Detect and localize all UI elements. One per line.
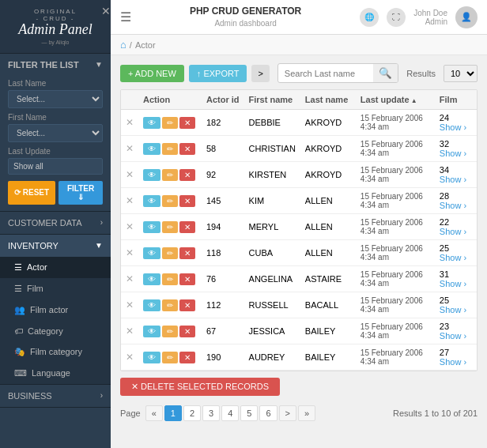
view-button[interactable]: 👁 bbox=[143, 143, 160, 155]
filter-title[interactable]: FILTER THE LIST ▼ bbox=[8, 60, 103, 70]
page-2-button[interactable]: 2 bbox=[183, 405, 201, 421]
next-page-button[interactable]: > bbox=[279, 405, 296, 421]
row-last-update: 15 February 2006 4:34 am bbox=[356, 214, 435, 240]
language-label: Language bbox=[32, 368, 70, 378]
row-delete-x[interactable]: ✕ bbox=[121, 344, 138, 371]
edit-button[interactable]: ✏ bbox=[162, 143, 178, 155]
view-button[interactable]: 👁 bbox=[143, 195, 160, 207]
reset-button[interactable]: ⟳ RESET bbox=[8, 181, 55, 205]
show-link[interactable]: Show › bbox=[440, 149, 472, 158]
home-icon[interactable]: ⌂ bbox=[120, 39, 126, 51]
show-link[interactable]: Show › bbox=[440, 201, 472, 210]
delete-button[interactable]: ✕ bbox=[179, 169, 195, 181]
expand-icon[interactable]: ⛶ bbox=[387, 8, 406, 27]
edit-button[interactable]: ✏ bbox=[162, 221, 178, 233]
edit-button[interactable]: ✏ bbox=[162, 273, 178, 285]
row-delete-x[interactable]: ✕ bbox=[121, 240, 138, 266]
delete-button[interactable]: ✕ bbox=[179, 352, 195, 363]
edit-button[interactable]: ✏ bbox=[162, 352, 178, 363]
row-delete-x[interactable]: ✕ bbox=[121, 162, 138, 188]
inventory-nav: INVENTORY ▼ ☰ Actor ☰ Film 👥 Film actor … bbox=[0, 235, 111, 385]
row-delete-x[interactable]: ✕ bbox=[121, 214, 138, 240]
show-link[interactable]: Show › bbox=[440, 357, 472, 367]
film-count: 27 bbox=[440, 348, 449, 357]
show-link[interactable]: Show › bbox=[440, 331, 472, 341]
page-1-button[interactable]: 1 bbox=[164, 405, 182, 421]
view-button[interactable]: 👁 bbox=[143, 352, 160, 363]
show-link[interactable]: Show › bbox=[440, 253, 472, 262]
sidebar-item-customer-data[interactable]: CUSTOMER DATA › bbox=[0, 212, 111, 234]
col-header-film: Film bbox=[435, 90, 477, 110]
delete-button[interactable]: ✕ bbox=[179, 326, 195, 337]
col-header-id[interactable]: Actor id bbox=[202, 90, 244, 110]
show-link[interactable]: Show › bbox=[440, 227, 472, 236]
nav-arrow-button[interactable]: > bbox=[251, 65, 269, 82]
sidebar-item-film[interactable]: ☰ Film bbox=[0, 278, 111, 299]
row-delete-x[interactable]: ✕ bbox=[121, 136, 138, 162]
col-header-update[interactable]: Last update bbox=[356, 90, 435, 110]
export-button[interactable]: ↑ EXPORT bbox=[189, 65, 247, 82]
edit-button[interactable]: ✏ bbox=[162, 117, 178, 129]
col-header-check bbox=[121, 90, 138, 110]
results-per-page-select[interactable]: 102550 bbox=[444, 65, 478, 82]
data-table: Action Actor id First name Last name Las… bbox=[121, 90, 477, 371]
show-link[interactable]: Show › bbox=[440, 175, 472, 184]
sidebar-item-business[interactable]: BUSINESS › bbox=[0, 385, 111, 407]
last-page-button[interactable]: » bbox=[298, 405, 315, 421]
view-button[interactable]: 👁 bbox=[143, 169, 160, 181]
search-button[interactable]: 🔍 bbox=[373, 64, 398, 82]
first-page-button[interactable]: « bbox=[145, 405, 163, 421]
last-update-input[interactable] bbox=[8, 158, 103, 175]
edit-button[interactable]: ✏ bbox=[162, 326, 178, 337]
show-link[interactable]: Show › bbox=[440, 279, 472, 288]
menu-toggle-icon[interactable]: ☰ bbox=[120, 9, 131, 24]
page-5-button[interactable]: 5 bbox=[240, 405, 258, 421]
view-button[interactable]: 👁 bbox=[143, 221, 160, 233]
edit-button[interactable]: ✏ bbox=[162, 299, 178, 311]
close-icon[interactable]: ✕ bbox=[101, 5, 111, 17]
show-link[interactable]: Show › bbox=[440, 305, 472, 314]
category-label: Category bbox=[28, 326, 63, 336]
col-header-first[interactable]: First name bbox=[244, 90, 300, 110]
view-button[interactable]: 👁 bbox=[143, 273, 160, 285]
edit-button[interactable]: ✏ bbox=[162, 195, 178, 207]
page-3-button[interactable]: 3 bbox=[202, 405, 220, 421]
delete-button[interactable]: ✕ bbox=[179, 247, 195, 259]
view-button[interactable]: 👁 bbox=[143, 117, 160, 129]
row-delete-x[interactable]: ✕ bbox=[121, 292, 138, 318]
search-input[interactable] bbox=[278, 66, 373, 81]
delete-button[interactable]: ✕ bbox=[179, 221, 195, 233]
sidebar-item-language[interactable]: ⌨ Language bbox=[0, 363, 111, 384]
page-6-button[interactable]: 6 bbox=[259, 405, 277, 421]
col-header-last[interactable]: Last name bbox=[300, 90, 356, 110]
page-4-button[interactable]: 4 bbox=[221, 405, 239, 421]
globe-icon[interactable]: 🌐 bbox=[360, 8, 379, 27]
table-row: ✕ 👁 ✏ ✕ 112 RUSSELL BACALL 15 February 2… bbox=[121, 292, 477, 318]
sidebar-item-inventory[interactable]: INVENTORY ▼ bbox=[0, 235, 111, 257]
last-name-select[interactable]: Select... bbox=[8, 90, 103, 108]
delete-button[interactable]: ✕ bbox=[179, 195, 195, 207]
sidebar-item-actor[interactable]: ☰ Actor bbox=[0, 257, 111, 278]
sidebar-item-category[interactable]: 🏷 Category bbox=[0, 321, 111, 341]
view-button[interactable]: 👁 bbox=[143, 299, 160, 311]
delete-selected-button[interactable]: ✕ DELETE SELECTED RECORDS bbox=[120, 378, 280, 396]
sidebar-item-film-category[interactable]: 🎭 Film category bbox=[0, 341, 111, 363]
view-button[interactable]: 👁 bbox=[143, 247, 160, 259]
delete-button[interactable]: ✕ bbox=[179, 273, 195, 285]
delete-button[interactable]: ✕ bbox=[179, 299, 195, 311]
view-button[interactable]: 👁 bbox=[143, 326, 160, 337]
edit-button[interactable]: ✏ bbox=[162, 247, 178, 259]
row-delete-x[interactable]: ✕ bbox=[121, 266, 138, 292]
business-chevron: › bbox=[100, 391, 103, 400]
filter-button[interactable]: FILTER ⇓ bbox=[59, 181, 103, 205]
row-delete-x[interactable]: ✕ bbox=[121, 110, 138, 136]
add-new-button[interactable]: + ADD NEW bbox=[120, 65, 184, 82]
delete-button[interactable]: ✕ bbox=[179, 143, 195, 155]
row-delete-x[interactable]: ✕ bbox=[121, 188, 138, 214]
row-delete-x[interactable]: ✕ bbox=[121, 318, 138, 344]
sidebar-item-film-actor[interactable]: 👥 Film actor bbox=[0, 299, 111, 321]
show-link[interactable]: Show › bbox=[440, 122, 472, 132]
delete-button[interactable]: ✕ bbox=[179, 117, 195, 129]
edit-button[interactable]: ✏ bbox=[162, 169, 178, 181]
first-name-select[interactable]: Select... bbox=[8, 124, 103, 142]
